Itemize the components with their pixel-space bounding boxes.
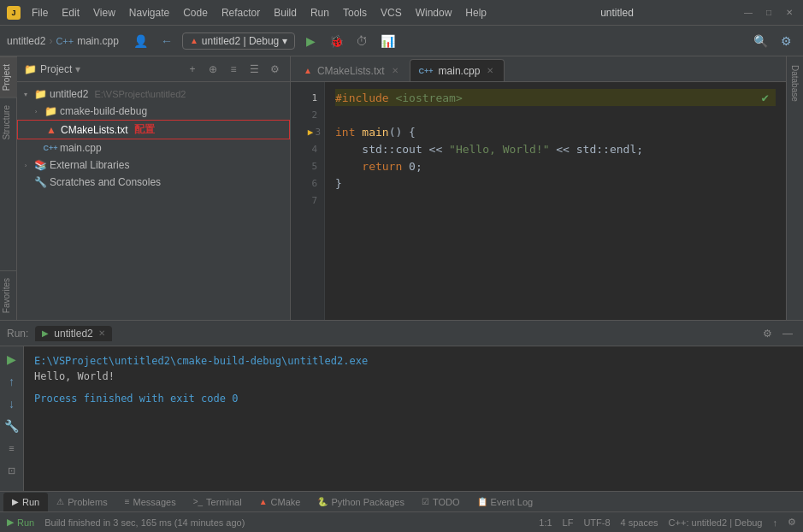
folder-icon-cmake-build: 📁 <box>44 104 57 118</box>
code-line-2 <box>335 106 776 123</box>
menu-navigate[interactable]: Navigate <box>123 5 175 21</box>
app-icon: J <box>7 6 21 20</box>
panel-settings-btn[interactable]: ⚙ <box>266 61 283 78</box>
settings-icon[interactable]: ⚙ <box>776 31 796 51</box>
git-user-icon[interactable]: 👤 <box>131 31 151 51</box>
status-encoding[interactable]: UTF-8 <box>583 517 610 528</box>
panel-gear-btn[interactable]: ⚙ <box>759 325 776 342</box>
cmake-tab-close[interactable]: ✕ <box>390 65 400 76</box>
run-scroll-up-btn[interactable]: ↑ <box>3 372 21 391</box>
search-icon[interactable]: 🔍 <box>750 31 771 51</box>
tree-item-cmake-build[interactable]: › 📁 cmake-build-debug <box>17 103 290 120</box>
panel-add-btn[interactable]: + <box>184 61 201 78</box>
tab-eventlog[interactable]: 📋 Event Log <box>469 493 542 511</box>
tab-cmakelists[interactable]: ▲ CMakeLists.txt ✕ <box>294 59 410 81</box>
tree-label-root: untitled2 <box>50 88 88 100</box>
tab-todo[interactable]: ☑ TODO <box>413 493 469 511</box>
tab-cmake[interactable]: ▲ CMake <box>251 493 310 511</box>
status-run-label: Run <box>17 517 34 528</box>
menu-run[interactable]: Run <box>304 5 335 21</box>
debug-button[interactable]: 🐞 <box>326 31 346 51</box>
tab-maincpp[interactable]: C++ main.cpp ✕ <box>410 59 505 81</box>
tree-item-maincpp[interactable]: C++ main.cpp <box>17 139 290 157</box>
tree-item-scratches[interactable]: 🔧 Scratches and Consoles <box>17 174 290 191</box>
tree-item-root[interactable]: ▾ 📁 untitled2 E:\VSProject\untitled2 <box>17 86 290 103</box>
database-sidebar-tab[interactable]: Database <box>788 56 801 110</box>
run-tab-icon: ▶ <box>12 497 19 506</box>
status-lang[interactable]: C++: untitled2 | Debug <box>669 517 763 528</box>
close-button[interactable]: ✕ <box>782 6 796 20</box>
sidebar-project-tab[interactable]: Project <box>0 56 17 98</box>
tree-arrow-scratches <box>21 177 31 187</box>
code-line-5: return 0; <box>335 157 776 174</box>
run-toolbar: ▶ ↑ ↓ 🔧 ≡ ⊡ <box>0 346 24 491</box>
run-filter-btn[interactable]: ⊡ <box>3 461 21 480</box>
tree-item-ext-libs[interactable]: › 📚 External Libraries <box>17 157 290 174</box>
panel-minimize-btn[interactable]: — <box>779 325 796 342</box>
breadcrumb-project[interactable]: untitled2 <box>7 35 45 47</box>
menu-window[interactable]: Window <box>410 5 458 21</box>
menu-tools[interactable]: Tools <box>337 5 373 21</box>
run-tab-close-icon[interactable]: ✕ <box>98 328 105 338</box>
tree-item-cmakelists[interactable]: ▲ CMakeLists.txt 配置 <box>17 120 290 139</box>
menu-file[interactable]: File <box>26 5 54 21</box>
tab-run[interactable]: ▶ Run <box>3 493 48 511</box>
run-button[interactable]: ▶ <box>300 31 321 51</box>
panel-expand-btn[interactable]: ☰ <box>245 61 263 78</box>
navigate-back-icon[interactable]: ← <box>156 31 177 51</box>
tree-arrow-maincpp <box>31 143 41 153</box>
status-build-info: Build finished in 3 sec, 165 ms (14 minu… <box>44 517 245 528</box>
sidebar-structure-tab[interactable]: Structure <box>0 98 17 147</box>
tab-eventlog-label: Event Log <box>491 497 534 507</box>
menu-edit[interactable]: Edit <box>56 5 86 21</box>
run-tab[interactable]: ▶ untitled2 ✕ <box>35 326 111 341</box>
menu-view[interactable]: View <box>87 5 121 21</box>
tree-path-root: E:\VSProject\untitled2 <box>94 89 186 99</box>
tab-problems[interactable]: ⚠ Problems <box>48 493 115 511</box>
run-list-btn[interactable]: ≡ <box>3 439 21 458</box>
sidebar-favorites-tab[interactable]: Favorites <box>0 270 17 320</box>
status-indent[interactable]: 4 spaces <box>621 517 658 528</box>
tab-todo-label: TODO <box>433 497 460 507</box>
tab-terminal[interactable]: >_ Terminal <box>185 493 251 511</box>
status-run-button[interactable]: ▶ Run <box>7 517 34 528</box>
tab-messages[interactable]: ≡ Messages <box>116 493 185 511</box>
cpp-tab-close[interactable]: ✕ <box>485 65 495 76</box>
check-mark-icon: ✔ <box>762 91 769 104</box>
status-settings-icon[interactable]: ⚙ <box>788 517 796 528</box>
menu-build[interactable]: Build <box>268 5 303 21</box>
project-panel-header: 📁 Project ▾ + ⊕ ≡ ☰ ⚙ <box>17 56 290 82</box>
run-scroll-down-btn[interactable]: ↓ <box>3 394 21 413</box>
editor-tab-bar: ▲ CMakeLists.txt ✕ C++ main.cpp ✕ <box>291 56 786 82</box>
run-wrench-btn[interactable]: 🔧 <box>3 417 21 435</box>
output-hello-text: Hello, World! <box>34 370 115 382</box>
panel-sync-btn[interactable]: ⊕ <box>204 61 221 78</box>
line-num-5: 5 <box>291 157 324 174</box>
minimize-button[interactable]: — <box>741 6 755 20</box>
code-content[interactable]: #include <iostream> ✔ int main() { std::… <box>325 82 786 320</box>
cmake-tab-icon-bottom: ▲ <box>259 497 268 506</box>
tree-arrow-ext-libs: › <box>21 160 31 170</box>
maximize-button[interactable]: □ <box>762 6 776 20</box>
project-panel: 📁 Project ▾ + ⊕ ≡ ☰ ⚙ ▾ 📁 untitled2 E:\V… <box>17 56 291 320</box>
tab-problems-label: Problems <box>68 497 107 507</box>
status-position[interactable]: 1:1 <box>539 517 552 528</box>
toolbar: untitled2 › C++ main.cpp 👤 ← ▲ untitled2… <box>0 26 803 56</box>
coverage-button[interactable]: 📊 <box>377 31 398 51</box>
menu-help[interactable]: Help <box>459 5 493 21</box>
panel-collapse-btn[interactable]: ≡ <box>225 61 242 78</box>
line-sep-text: LF <box>563 517 574 528</box>
status-git-icon[interactable]: ↑ <box>773 517 778 528</box>
run-play-btn[interactable]: ▶ <box>3 350 21 369</box>
menu-code[interactable]: Code <box>177 5 214 21</box>
line-num-3: ▶3 <box>291 123 324 140</box>
status-line-sep[interactable]: LF <box>563 517 574 528</box>
tab-python[interactable]: 🐍 Python Packages <box>309 493 413 511</box>
editor-area: ▲ CMakeLists.txt ✕ C++ main.cpp ✕ 1 2 ▶3… <box>291 56 786 320</box>
tab-run-label: Run <box>22 497 39 507</box>
menu-refactor[interactable]: Refactor <box>216 5 266 21</box>
run-configuration[interactable]: ▲ untitled2 | Debug ▾ <box>182 33 295 50</box>
profile-button[interactable]: ⏱ <box>351 31 372 51</box>
menu-vcs[interactable]: VCS <box>375 5 408 21</box>
breadcrumb-file[interactable]: main.cpp <box>77 35 119 47</box>
